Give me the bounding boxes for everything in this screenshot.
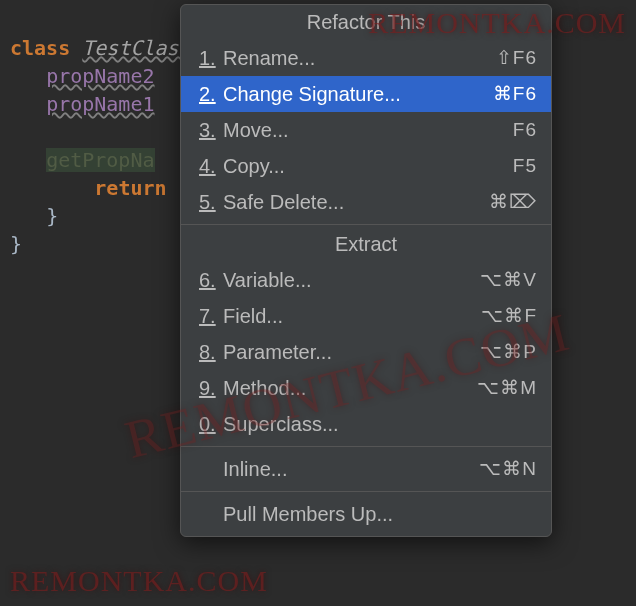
- popup-separator: [181, 446, 551, 447]
- prop-name-2: propName2: [46, 64, 154, 88]
- menu-item-copy[interactable]: 4. Copy... F5: [181, 148, 551, 184]
- brace-close-inner: }: [46, 204, 58, 228]
- menu-item-number: 4.: [199, 152, 221, 180]
- menu-item-shortcut: ⌘F6: [493, 80, 537, 108]
- menu-item-shortcut: ⌥⌘F: [481, 302, 537, 330]
- menu-item-label: Inline...: [221, 455, 479, 483]
- menu-item-number: 0.: [199, 410, 221, 438]
- menu-item-number: 1.: [199, 44, 221, 72]
- menu-item-rename[interactable]: 1. Rename... ⇧F6: [181, 40, 551, 76]
- menu-item-label: Copy...: [221, 152, 513, 180]
- menu-item-number: 7.: [199, 302, 221, 330]
- menu-item-shortcut: ⌥⌘N: [479, 455, 537, 483]
- menu-item-shortcut: ⌥⌘M: [477, 374, 537, 402]
- menu-item-change-signature[interactable]: 2. Change Signature... ⌘F6: [181, 76, 551, 112]
- menu-item-number: 6.: [199, 266, 221, 294]
- keyword-class: class: [10, 36, 70, 60]
- popup-title: Refactor This: [181, 5, 551, 40]
- menu-item-number: 8.: [199, 338, 221, 366]
- menu-item-move[interactable]: 3. Move... F6: [181, 112, 551, 148]
- menu-item-number: 5.: [199, 188, 221, 216]
- menu-item-number: 3.: [199, 116, 221, 144]
- prop-name-1: propName1: [46, 92, 154, 116]
- menu-item-label: Move...: [221, 116, 513, 144]
- menu-item-field[interactable]: 7. Field... ⌥⌘F: [181, 298, 551, 334]
- menu-item-method[interactable]: 9. Method... ⌥⌘M: [181, 370, 551, 406]
- menu-item-variable[interactable]: 6. Variable... ⌥⌘V: [181, 262, 551, 298]
- keyword-return: return: [94, 176, 166, 200]
- brace-close-outer: }: [10, 232, 22, 256]
- method-name: getPropNa: [46, 148, 154, 172]
- popup-separator: [181, 491, 551, 492]
- menu-item-label: Field...: [221, 302, 481, 330]
- menu-item-shortcut: ⌥⌘V: [480, 266, 537, 294]
- menu-item-inline[interactable]: Inline... ⌥⌘N: [181, 451, 551, 487]
- menu-item-shortcut: ⌥⌘P: [480, 338, 537, 366]
- menu-item-pull-members-up[interactable]: Pull Members Up...: [181, 496, 551, 532]
- class-name: TestClass: [82, 36, 190, 60]
- menu-item-shortcut: F6: [513, 116, 537, 144]
- menu-item-safe-delete[interactable]: 5. Safe Delete... ⌘⌦: [181, 184, 551, 220]
- menu-item-label: Parameter...: [221, 338, 480, 366]
- popup-section-extract: Extract: [181, 224, 551, 262]
- menu-item-number: 2.: [199, 80, 221, 108]
- menu-item-label: Variable...: [221, 266, 480, 294]
- menu-item-label: Method...: [221, 374, 477, 402]
- menu-item-label: Safe Delete...: [221, 188, 489, 216]
- menu-item-label: Superclass...: [221, 410, 537, 438]
- menu-item-shortcut: ⌘⌦: [489, 188, 537, 216]
- refactor-popup: Refactor This 1. Rename... ⇧F6 2. Change…: [180, 4, 552, 537]
- menu-item-label: Rename...: [221, 44, 496, 72]
- menu-item-shortcut: ⇧F6: [496, 44, 537, 72]
- menu-item-shortcut: F5: [513, 152, 537, 180]
- menu-item-superclass[interactable]: 0. Superclass...: [181, 406, 551, 442]
- menu-item-label: Pull Members Up...: [221, 500, 537, 528]
- menu-item-label: Change Signature...: [221, 80, 493, 108]
- menu-item-number: 9.: [199, 374, 221, 402]
- menu-item-parameter[interactable]: 8. Parameter... ⌥⌘P: [181, 334, 551, 370]
